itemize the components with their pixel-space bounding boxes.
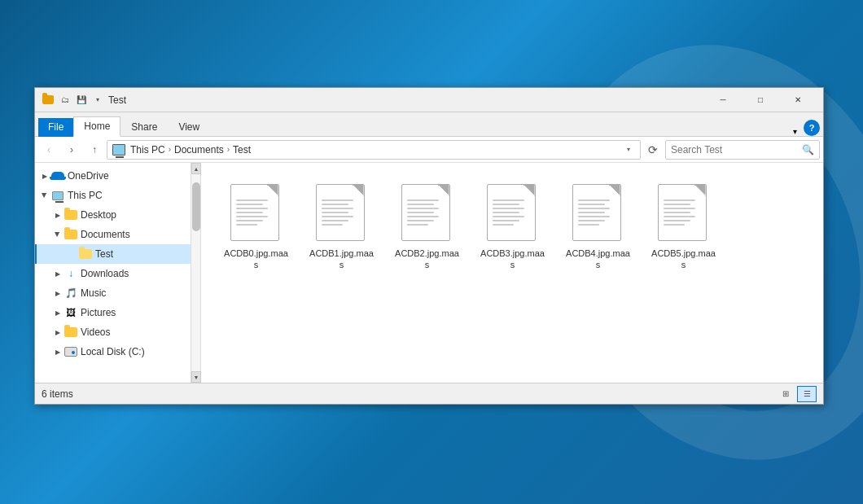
file-area: ACDB0.jpg.maas [201, 163, 823, 383]
pictures-icon: 🖼 [64, 306, 77, 319]
expand-arrow-documents: ▶ [51, 228, 64, 241]
list-view-button[interactable]: ⊞ [776, 386, 795, 402]
sidebar-item-onedrive[interactable]: ▶ OneDrive [35, 166, 191, 186]
sidebar-scroll-down[interactable]: ▼ [191, 371, 201, 383]
expand-arrow-pictures: ▶ [51, 306, 64, 319]
desktop-folder-icon [64, 208, 77, 221]
detail-view-button[interactable]: ☰ [797, 386, 817, 402]
file-item-2[interactable]: ACDB2.jpg.maas [388, 179, 466, 276]
sidebar-item-desktop[interactable]: ▶ Desktop [35, 205, 191, 225]
file-item-0[interactable]: ACDB0.jpg.maas [217, 179, 295, 276]
file-icon-4 [572, 184, 624, 244]
breadcrumb-documents[interactable]: Documents [174, 144, 224, 156]
sidebar-label-pictures: Pictures [81, 307, 116, 318]
tab-share[interactable]: Share [120, 117, 168, 137]
tab-view[interactable]: View [168, 117, 210, 137]
sidebar-label-onedrive: OneDrive [68, 170, 109, 182]
quick-access-toolbar: 🗂 💾 ▾ [58, 93, 105, 107]
sidebar-item-music[interactable]: ▶ 🎵 Music [35, 283, 191, 303]
file-item-5[interactable]: ACDB5.jpg.maas [645, 179, 722, 276]
quick-access-btn-1[interactable]: 🗂 [58, 93, 72, 107]
up-button[interactable]: ↑ [84, 139, 105, 160]
sidebar-item-local-disk[interactable]: ▶ Local Disk (C:) [35, 342, 191, 362]
files-grid: ACDB0.jpg.maas [217, 171, 807, 284]
status-bar: 6 items ⊞ ☰ [35, 383, 823, 404]
expand-arrow-onedrive: ▶ [38, 169, 51, 182]
sidebar-label-local-disk: Local Disk (C:) [81, 346, 145, 357]
search-bar[interactable]: 🔍 [665, 140, 820, 160]
search-input[interactable] [671, 144, 802, 156]
quick-access-btn-2[interactable]: 💾 [74, 93, 89, 107]
expand-arrow-videos: ▶ [51, 326, 64, 339]
file-item-4[interactable]: ACDB4.jpg.maas [559, 179, 637, 276]
file-name-4: ACDB4.jpg.maas [564, 248, 632, 271]
downloads-icon: ↓ [64, 267, 77, 280]
back-button[interactable]: ‹ [38, 139, 59, 160]
test-folder-icon [79, 248, 92, 261]
breadcrumb-this-pc[interactable]: This PC [112, 143, 165, 156]
sidebar-label-desktop: Desktop [81, 209, 116, 221]
ribbon-tabs: File Home Share View ▾ ? [35, 112, 823, 137]
breadcrumb-sep-1: › [169, 145, 171, 154]
ribbon-chevron[interactable]: ▾ [786, 127, 804, 136]
breadcrumb-sep-2: › [227, 145, 230, 154]
file-name-5: ACDB5.jpg.maas [650, 248, 717, 271]
forward-button[interactable]: › [61, 139, 82, 160]
sidebar-scroll-track [191, 174, 200, 371]
sidebar-label-documents: Documents [81, 229, 130, 240]
chevron-down-icon: ▾ [793, 127, 797, 136]
expand-arrow-downloads: ▶ [51, 267, 64, 280]
maximize-button[interactable]: □ [742, 88, 779, 112]
sidebar-scroll-up[interactable]: ▲ [191, 163, 201, 174]
expand-arrow-this-pc: ▶ [38, 189, 51, 202]
file-icon-3 [487, 184, 539, 244]
view-controls: ⊞ ☰ [776, 386, 817, 402]
sidebar-item-pictures[interactable]: ▶ 🖼 Pictures [35, 303, 191, 322]
sidebar-label-test: Test [95, 248, 113, 260]
tab-file[interactable]: File [38, 118, 73, 137]
documents-folder-icon [64, 228, 77, 241]
pc-icon [112, 143, 125, 156]
window-controls: ─ □ ✕ [704, 88, 817, 112]
tab-home[interactable]: Home [73, 116, 120, 137]
breadcrumb-test[interactable]: Test [233, 144, 251, 156]
item-count: 6 items [42, 388, 73, 400]
quick-access-dropdown[interactable]: ▾ [90, 93, 105, 107]
sidebar-scroll-thumb[interactable] [192, 182, 200, 231]
file-name-0: ACDB0.jpg.maas [222, 248, 290, 271]
nav-bar: ‹ › ↑ This PC › Documents › Test ▾ ⟳ 🔍 [35, 137, 823, 163]
address-dropdown-button[interactable]: ▾ [622, 142, 635, 158]
music-icon: 🎵 [64, 287, 77, 300]
file-item-3[interactable]: ACDB3.jpg.maas [474, 179, 551, 276]
sidebar-item-documents[interactable]: ▶ Documents [35, 225, 191, 244]
sidebar-item-this-pc[interactable]: ▶ This PC [35, 186, 191, 205]
hdd-icon [64, 345, 77, 358]
sidebar-item-videos[interactable]: ▶ Videos [35, 322, 191, 342]
main-content: ▶ OneDrive ▶ This PC ▶ [35, 163, 823, 383]
minimize-button[interactable]: ─ [704, 88, 742, 112]
address-bar[interactable]: This PC › Documents › Test ▾ [107, 140, 641, 160]
file-item-1[interactable]: ACDB1.jpg.maas [303, 179, 380, 276]
file-name-2: ACDB2.jpg.maas [393, 248, 461, 271]
close-button[interactable]: ✕ [779, 88, 817, 112]
expand-arrow-local-disk: ▶ [51, 345, 64, 358]
sidebar-item-downloads[interactable]: ▶ ↓ Downloads [35, 264, 191, 283]
sidebar: ▶ OneDrive ▶ This PC ▶ [35, 163, 191, 383]
file-icon-1 [316, 184, 368, 244]
sidebar-scrollbar: ▲ ▼ [191, 163, 201, 383]
videos-folder-icon [64, 326, 77, 339]
file-icon-5 [658, 184, 710, 244]
file-explorer-window: 🗂 💾 ▾ Test ─ □ ✕ File Home Share View ▾ … [34, 87, 824, 405]
sidebar-label-music: Music [81, 287, 106, 299]
window-icon [42, 94, 55, 107]
sidebar-item-test[interactable]: Test [35, 244, 191, 264]
search-icon[interactable]: 🔍 [802, 144, 814, 156]
help-button[interactable]: ? [804, 120, 820, 136]
this-pc-icon [51, 189, 64, 202]
sidebar-label-downloads: Downloads [81, 268, 129, 279]
file-icon-2 [401, 184, 453, 244]
title-bar: 🗂 💾 ▾ Test ─ □ ✕ [35, 88, 823, 112]
refresh-button[interactable]: ⟳ [642, 139, 664, 160]
detail-view-icon: ☰ [804, 389, 811, 398]
sidebar-label-videos: Videos [81, 327, 110, 338]
